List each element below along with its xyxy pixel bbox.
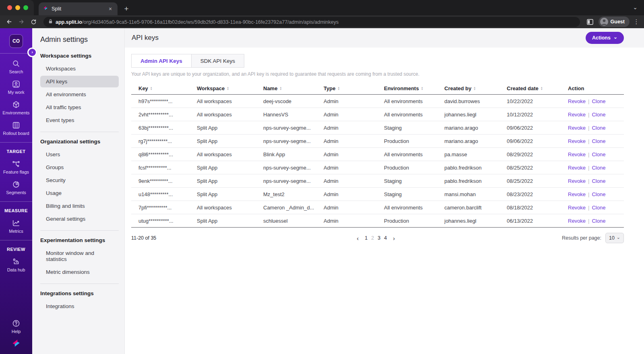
results-per-page-select[interactable]: 10 [605, 233, 624, 243]
nav-item-all-traffic-types[interactable]: All traffic types [40, 101, 119, 113]
cell-workspace: All workspaces [197, 205, 263, 211]
revoke-link[interactable]: Revoke [568, 125, 586, 131]
reload-button[interactable] [28, 17, 39, 27]
clone-link[interactable]: Clone [592, 218, 605, 224]
sidebar-item-help[interactable]: Help [12, 319, 21, 334]
cell-type: Admin [324, 151, 384, 157]
revoke-link[interactable]: Revoke [568, 218, 586, 224]
col-header-key[interactable]: Key [138, 85, 197, 91]
sort-icon[interactable] [227, 87, 229, 91]
sidebar-item-environments[interactable]: Environments [2, 100, 29, 115]
clone-link[interactable]: Clone [592, 178, 605, 184]
clone-link[interactable]: Clone [592, 98, 605, 104]
nav-item-usage[interactable]: Usage [40, 187, 119, 199]
col-header-created-by[interactable]: Created by [444, 85, 507, 91]
col-header-created-date[interactable]: Created date [507, 85, 568, 91]
sidebar-item-rollout-board[interactable]: Rollout board [3, 121, 29, 136]
collapse-sidebar-button[interactable] [27, 48, 37, 57]
sort-icon[interactable] [337, 87, 340, 91]
prev-page-icon[interactable] [354, 235, 361, 242]
cell-environments: All environments [384, 112, 444, 118]
browser-tab[interactable]: Split [39, 2, 118, 15]
page-2-button[interactable]: 2 [371, 235, 374, 241]
nav-item-users[interactable]: Users [40, 149, 119, 160]
sort-icon[interactable] [279, 87, 282, 91]
tab-admin-api-keys[interactable]: Admin API Keys [131, 54, 192, 68]
sidebar-item-data-hub[interactable]: Data hub [7, 257, 25, 272]
revoke-link[interactable]: Revoke [568, 151, 586, 157]
cell-key: utug**********... [138, 218, 197, 224]
url-bar[interactable]: app.split.io/org/4d3405a0-9ca5-11e5-9706… [43, 17, 580, 27]
revoke-link[interactable]: Revoke [568, 165, 586, 171]
nav-item-api-keys[interactable]: API keys [40, 76, 119, 87]
col-header-workspace[interactable]: Workspace [197, 85, 263, 91]
tab-title: Split [52, 6, 104, 12]
clone-link[interactable]: Clone [592, 205, 605, 211]
revoke-link[interactable]: Revoke [568, 178, 586, 184]
cell-environments: All environments [384, 98, 444, 104]
api-keys-table: Key Workspace Name Type Environments Cre… [131, 83, 624, 228]
nav-item-monitor-window[interactable]: Monitor window and statistics [40, 247, 119, 265]
zoom-window-button[interactable] [23, 5, 28, 10]
revoke-link[interactable]: Revoke [568, 205, 586, 211]
results-per-page-label: Results per page: [562, 235, 601, 241]
sort-icon[interactable] [541, 87, 543, 91]
col-header-name[interactable]: Name [263, 85, 324, 91]
table-row: 7pfi**********... All workspaces Cameron… [131, 201, 624, 214]
next-page-icon[interactable] [390, 235, 397, 242]
nav-item-integrations[interactable]: Integrations [40, 300, 119, 312]
actions-button[interactable]: Actions [586, 32, 624, 44]
nav-item-billing-and-limits[interactable]: Billing and limits [40, 200, 119, 212]
sort-icon[interactable] [421, 87, 423, 91]
clone-link[interactable]: Clone [592, 112, 605, 118]
forward-button[interactable] [16, 17, 27, 27]
tab-sdk-api-keys[interactable]: SDK API Keys [192, 54, 244, 68]
org-badge[interactable]: CO [9, 34, 23, 48]
browser-menu-icon[interactable] [633, 17, 640, 27]
nav-item-security[interactable]: Security [40, 174, 119, 186]
revoke-link[interactable]: Revoke [568, 112, 586, 118]
profile-button[interactable]: Guest [599, 17, 630, 27]
revoke-link[interactable]: Revoke [568, 191, 586, 197]
tab-search-chevron-icon[interactable] [633, 4, 638, 10]
nav-item-workspaces[interactable]: Workspaces [40, 63, 119, 75]
side-panel-icon[interactable] [585, 17, 595, 27]
close-tab-icon[interactable] [107, 6, 114, 12]
sort-icon[interactable] [473, 87, 476, 91]
sidebar-item-metrics[interactable]: Metrics [9, 219, 23, 234]
close-window-button[interactable] [7, 5, 12, 10]
sidebar-item-feature-flags[interactable]: Feature flags [3, 159, 29, 174]
clone-link[interactable]: Clone [592, 151, 605, 157]
minimize-window-button[interactable] [15, 5, 20, 10]
page-4-button[interactable]: 4 [384, 235, 387, 241]
sidebar-item-segments[interactable]: Segments [6, 180, 26, 195]
page-1-button[interactable]: 1 [365, 235, 367, 241]
sidebar-item-search[interactable]: Search [9, 59, 23, 74]
nav-item-all-environments[interactable]: All environments [40, 89, 119, 100]
page-3-button[interactable]: 3 [378, 235, 380, 241]
nav-item-metric-dimensions[interactable]: Metric dimensions [40, 266, 119, 278]
revoke-link[interactable]: Revoke [568, 98, 586, 104]
clone-link[interactable]: Clone [592, 191, 605, 197]
new-tab-button[interactable] [121, 3, 132, 14]
cell-action: Revoke|Clone [568, 151, 624, 157]
sidebar-item-my-work[interactable]: My work [8, 80, 25, 95]
feature-flags-icon [12, 159, 21, 168]
revoke-link[interactable]: Revoke [568, 138, 586, 144]
cell-type: Admin [324, 138, 384, 144]
clone-link[interactable]: Clone [592, 165, 605, 171]
sort-icon[interactable] [150, 87, 153, 91]
nav-item-groups[interactable]: Groups [40, 161, 119, 173]
col-header-environments[interactable]: Environments [384, 85, 444, 91]
nav-item-general-settings[interactable]: General settings [40, 213, 119, 225]
search-icon [12, 59, 21, 68]
col-header-type[interactable]: Type [324, 85, 384, 91]
clone-link[interactable]: Clone [592, 125, 605, 131]
cell-name: Mz_test2 [263, 191, 324, 197]
clone-link[interactable]: Clone [592, 138, 605, 144]
table-body: h97s*********... All workspaces deej-vsc… [131, 95, 624, 228]
back-button[interactable] [4, 17, 14, 27]
cell-name: nps-survey-segme... [263, 178, 324, 184]
table-row: utug**********... Split App schluessel A… [131, 214, 624, 228]
nav-item-event-types[interactable]: Event types [40, 114, 119, 126]
